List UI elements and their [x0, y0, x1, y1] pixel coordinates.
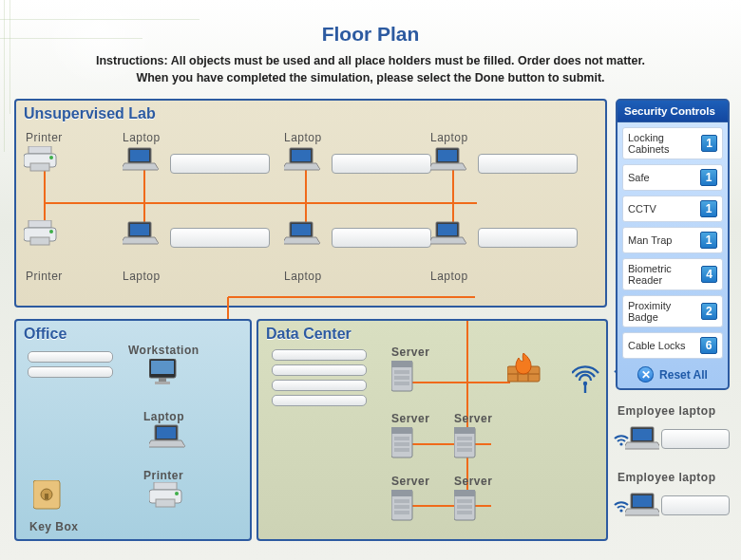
reset-label: Reset All: [659, 368, 708, 382]
panel-unsupervised-lab: Unsupervised Lab Printer Laptop Laptop L…: [14, 99, 607, 308]
label-employee-laptop: Employee laptop: [618, 404, 732, 418]
control-label: Biometric Reader: [628, 263, 701, 286]
label-printer: Printer: [26, 270, 63, 283]
control-label: Locking Cabinets: [628, 132, 701, 155]
count-badge: 6: [700, 337, 717, 354]
server-icon[interactable]: [454, 427, 479, 461]
printer-icon[interactable]: [149, 482, 189, 513]
laptop-icon[interactable]: [123, 220, 164, 249]
sidebar-header: Security Controls: [618, 101, 728, 122]
drop-slot[interactable]: [272, 364, 367, 376]
panel-title-office: Office: [24, 326, 66, 343]
label-server: Server: [391, 345, 429, 359]
drop-slot[interactable]: [272, 380, 367, 391]
label-laptop: Laptop: [430, 270, 468, 283]
keybox-icon[interactable]: [33, 480, 66, 513]
count-badge: 1: [701, 135, 717, 152]
label-laptop: Laptop: [430, 131, 468, 144]
label-server: Server: [454, 475, 492, 488]
drop-slot[interactable]: [28, 366, 113, 378]
count-badge: 2: [701, 303, 717, 320]
control-biometric-reader[interactable]: Biometric Reader4: [622, 258, 723, 290]
drop-slot[interactable]: [272, 349, 367, 361]
control-proximity-badge[interactable]: Proximity Badge2: [622, 295, 723, 327]
label-printer: Printer: [143, 469, 183, 482]
drop-slot[interactable]: [478, 154, 578, 174]
laptop-icon[interactable]: [284, 220, 326, 249]
control-label: Cable Locks: [628, 340, 686, 351]
label-employee-laptop: Employee laptop: [618, 471, 732, 484]
control-safe[interactable]: Safe1: [622, 164, 723, 191]
label-laptop: Laptop: [284, 270, 322, 283]
drop-slot[interactable]: [170, 228, 270, 248]
label-laptop: Laptop: [123, 270, 161, 283]
laptop-icon[interactable]: [430, 146, 472, 175]
laptop-icon[interactable]: [123, 146, 164, 175]
control-label: Proximity Badge: [628, 300, 701, 323]
laptop-icon[interactable]: [625, 425, 659, 450]
svg-point-44: [619, 509, 622, 512]
security-controls-sidebar: Security Controls Locking Cabinets1 Safe…: [616, 99, 730, 390]
control-cable-locks[interactable]: Cable Locks6: [622, 332, 723, 359]
close-icon: ✕: [637, 366, 654, 383]
label-laptop: Laptop: [123, 131, 161, 144]
monitor-icon[interactable]: [149, 359, 181, 387]
label-server: Server: [391, 412, 429, 425]
drop-slot[interactable]: [28, 351, 113, 363]
control-label: Safe: [628, 172, 650, 183]
laptop-icon[interactable]: [625, 492, 659, 516]
instructions-line1: Instructions: All objects must be used a…: [17, 53, 724, 70]
count-badge: 4: [701, 266, 717, 283]
drop-slot[interactable]: [332, 154, 431, 174]
label-server: Server: [454, 412, 492, 425]
server-icon[interactable]: [391, 490, 416, 524]
count-badge: 1: [700, 200, 717, 217]
laptop-icon[interactable]: [430, 220, 472, 249]
employee-laptop-block: Employee laptop: [618, 471, 732, 520]
drop-slot[interactable]: [332, 228, 431, 248]
page-title: Floor Plan: [0, 23, 741, 46]
control-locking-cabinets[interactable]: Locking Cabinets1: [622, 127, 723, 159]
drop-slot[interactable]: [661, 429, 730, 449]
control-label: Man Trap: [628, 234, 672, 246]
drop-slot[interactable]: [272, 395, 367, 406]
drop-slot[interactable]: [478, 228, 578, 248]
wifi-ap-icon[interactable]: [572, 363, 602, 395]
label-printer: Printer: [26, 131, 63, 144]
label-keybox: Key Box: [29, 520, 79, 533]
count-badge: 1: [700, 232, 717, 249]
laptop-icon[interactable]: [284, 146, 326, 175]
instructions: Instructions: All objects must be used a…: [17, 53, 724, 86]
reset-all-button[interactable]: ✕ Reset All: [625, 366, 720, 383]
server-icon[interactable]: [391, 361, 416, 395]
laptop-icon[interactable]: [149, 423, 187, 450]
control-man-trap[interactable]: Man Trap1: [622, 227, 723, 253]
employee-laptop-block: Employee laptop: [618, 404, 732, 454]
panel-office: Office Workstation Laptop Printer Key Bo…: [14, 319, 252, 541]
label-server: Server: [391, 475, 429, 488]
printer-icon[interactable]: [24, 146, 66, 178]
count-badge: 1: [700, 169, 717, 186]
control-cctv[interactable]: CCTV1: [622, 196, 723, 222]
panel-datacenter: Data Center Server Server Server Server …: [256, 319, 608, 541]
svg-point-43: [619, 442, 622, 445]
label-laptop: Laptop: [284, 131, 322, 144]
label-workstation: Workstation: [128, 344, 200, 357]
drop-slot[interactable]: [170, 154, 270, 174]
label-laptop: Laptop: [143, 410, 184, 423]
server-icon[interactable]: [391, 427, 416, 461]
printer-icon[interactable]: [24, 220, 66, 252]
instructions-line2: When you have completed the simulation, …: [17, 70, 724, 87]
control-label: CCTV: [628, 203, 656, 215]
server-icon[interactable]: [454, 490, 479, 524]
drop-slot[interactable]: [661, 495, 730, 515]
firewall-icon[interactable]: [507, 353, 545, 387]
